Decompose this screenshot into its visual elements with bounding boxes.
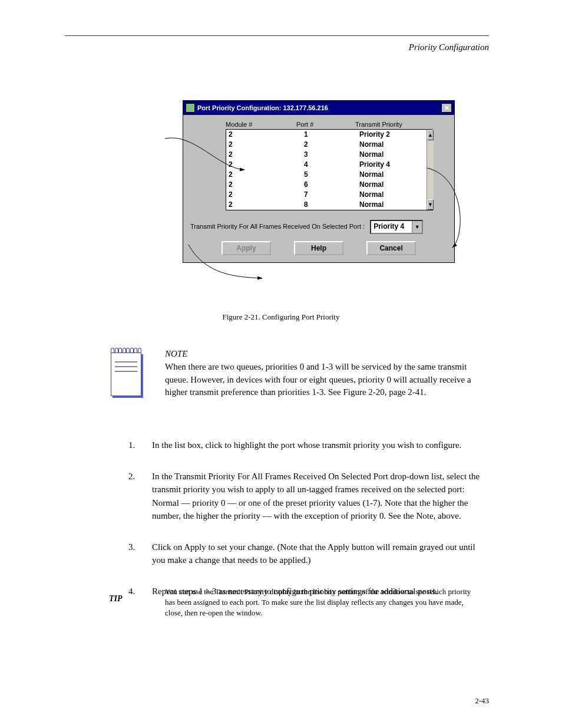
list-item: 2.In the Transmit Priority For All Frame… — [128, 470, 489, 523]
note-icon — [111, 348, 141, 387]
table-row[interactable]: 27Normal — [226, 190, 427, 200]
col-port: Port # — [296, 121, 355, 128]
app-icon — [186, 103, 195, 113]
header-right-text: Priority Configuration — [409, 42, 489, 52]
col-module: Module # — [226, 121, 296, 128]
cancel-button[interactable]: Cancel — [366, 241, 416, 255]
scroll-down-button[interactable]: ▼ — [427, 199, 434, 210]
chevron-down-icon[interactable]: ▼ — [412, 221, 422, 233]
table-row[interactable]: 22Normal — [226, 140, 427, 150]
tip-body: You can use the Transmit Priority displa… — [165, 587, 477, 619]
header-rule — [65, 35, 489, 36]
priority-dropdown-value: Priority 4 — [371, 221, 412, 233]
note-paragraph: NOTE When there are two queues, prioriti… — [165, 348, 489, 399]
port-priority-dialog: Port Priority Configuration: 132.177.56.… — [183, 100, 455, 263]
close-icon: ✕ — [444, 104, 449, 112]
table-row[interactable]: 25Normal — [226, 170, 427, 180]
window-title: Port Priority Configuration: 132.177.56.… — [197, 104, 328, 111]
table-row[interactable]: 21Priority 2 — [226, 130, 427, 140]
table-row[interactable]: 26Normal — [226, 180, 427, 190]
table-row[interactable]: 23Normal — [226, 150, 427, 160]
port-listbox[interactable]: 21Priority 222Normal23Normal24Priority 4… — [226, 129, 433, 210]
column-headers: Module # Port # Transmit Priority — [226, 121, 447, 128]
list-item: 3.Click on Apply to set your change. (No… — [128, 541, 489, 567]
titlebar[interactable]: Port Priority Configuration: 132.177.56.… — [183, 101, 454, 115]
priority-dropdown[interactable]: Priority 4 ▼ — [370, 220, 423, 234]
page-number: 2-43 — [475, 696, 489, 706]
priority-prompt: Transmit Priority For All Frames Receive… — [190, 223, 365, 230]
figure-caption: Figure 2-21. Configuring Port Priority — [0, 312, 562, 322]
listbox-scrollbar[interactable]: ▲ ▼ — [427, 130, 434, 210]
scroll-track[interactable] — [427, 140, 434, 199]
col-priority: Transmit Priority — [355, 121, 426, 128]
table-row[interactable]: 24Priority 4 — [226, 160, 427, 170]
list-item: 1.In the list box, click to highlight th… — [128, 439, 489, 452]
close-button[interactable]: ✕ — [441, 103, 452, 113]
help-button[interactable]: Help — [294, 241, 343, 255]
scroll-up-button[interactable]: ▲ — [427, 130, 434, 140]
table-row[interactable]: 28Normal — [226, 200, 427, 210]
apply-button[interactable]: Apply — [222, 241, 271, 255]
